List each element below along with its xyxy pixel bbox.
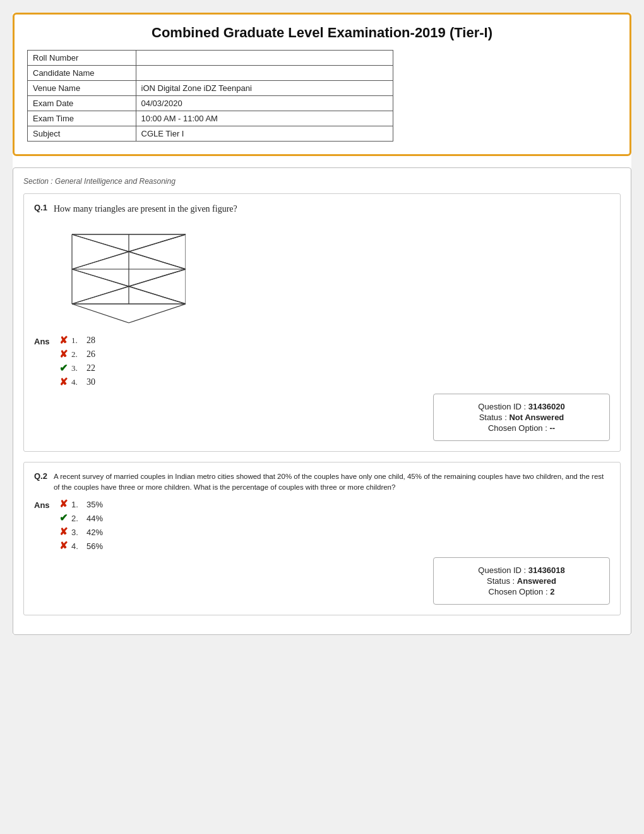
info-box-status: Status : Not Answered bbox=[446, 413, 597, 422]
info-table-row: Exam Time10:00 AM - 11:00 AM bbox=[28, 111, 393, 126]
info-table-row: Exam Date04/03/2020 bbox=[28, 96, 393, 111]
svg-line-15 bbox=[129, 269, 186, 286]
question-header: Q.2A recent survey of married couples in… bbox=[34, 471, 610, 493]
svg-line-10 bbox=[72, 251, 129, 269]
wrong-icon: ✘ bbox=[59, 527, 68, 537]
exam-title: Combined Graduate Level Examination-2019… bbox=[27, 25, 617, 41]
wrong-icon: ✘ bbox=[59, 499, 68, 509]
option-item-3: ✘3.42% bbox=[59, 527, 103, 537]
option-text: 26 bbox=[86, 349, 95, 360]
option-text: 42% bbox=[86, 528, 103, 537]
question-text: A recent survey of married couples in In… bbox=[54, 471, 610, 493]
option-text: 35% bbox=[86, 500, 103, 509]
svg-line-20 bbox=[129, 304, 186, 323]
option-item-2: ✘2.26 bbox=[59, 349, 95, 360]
info-table-row: Candidate Name bbox=[28, 66, 393, 81]
option-item-3: ✔3.22 bbox=[59, 363, 95, 373]
info-box-question-id: Question ID : 31436020 bbox=[446, 402, 597, 411]
svg-line-8 bbox=[72, 234, 129, 251]
option-number: 1. bbox=[71, 500, 83, 509]
field-value bbox=[136, 66, 393, 81]
field-label: Candidate Name bbox=[28, 66, 136, 81]
option-item-2: ✔2.44% bbox=[59, 513, 103, 523]
answer-section: Ans✘1.28✘2.26✔3.22✘4.30 bbox=[34, 335, 610, 387]
section-name: General Intelligence and Reasoning bbox=[55, 177, 176, 186]
field-label: Venue Name bbox=[28, 81, 136, 96]
info-table-row: Venue NameiON Digital Zone iDZ Teenpani bbox=[28, 81, 393, 96]
question-block-2: Q.2A recent survey of married couples in… bbox=[23, 462, 621, 616]
wrong-icon: ✘ bbox=[59, 541, 68, 551]
option-text: 56% bbox=[86, 541, 103, 551]
svg-line-17 bbox=[129, 286, 186, 304]
info-box-status: Status : Answered bbox=[446, 576, 597, 586]
option-number: 4. bbox=[71, 541, 83, 551]
info-table-row: Roll Number bbox=[28, 51, 393, 66]
question-info-box: Question ID : 31436018Status : AnsweredC… bbox=[433, 557, 610, 605]
question-block-1: Q.1How many triangles are present in the… bbox=[23, 193, 621, 452]
info-box-wrapper: Question ID : 31436020Status : Not Answe… bbox=[34, 387, 610, 441]
option-number: 3. bbox=[71, 363, 83, 373]
options-list: ✘1.35%✔2.44%✘3.42%✘4.56% bbox=[59, 499, 103, 551]
info-box-question-id: Question ID : 31436018 bbox=[446, 565, 597, 575]
option-item-4: ✘4.30 bbox=[59, 377, 95, 387]
svg-line-16 bbox=[72, 286, 129, 304]
wrong-icon: ✘ bbox=[59, 377, 68, 387]
option-item-1: ✘1.35% bbox=[59, 499, 103, 509]
option-number: 1. bbox=[71, 335, 83, 346]
info-table: Roll NumberCandidate NameVenue NameiON D… bbox=[27, 50, 393, 142]
option-text: 30 bbox=[86, 377, 95, 387]
answer-section: Ans✘1.35%✔2.44%✘3.42%✘4.56% bbox=[34, 499, 610, 551]
info-box-wrapper: Question ID : 31436018Status : AnsweredC… bbox=[34, 551, 610, 605]
triangle-figure bbox=[59, 222, 186, 329]
field-value: 04/03/2020 bbox=[136, 96, 393, 111]
field-label: Exam Time bbox=[28, 111, 136, 126]
question-header: Q.1How many triangles are present in the… bbox=[34, 203, 610, 215]
svg-line-14 bbox=[72, 269, 129, 286]
option-number: 2. bbox=[71, 349, 83, 360]
question-info-box: Question ID : 31436020Status : Not Answe… bbox=[433, 394, 610, 441]
field-value: 10:00 AM - 11:00 AM bbox=[136, 111, 393, 126]
answer-label: Ans bbox=[34, 500, 53, 510]
field-value: iON Digital Zone iDZ Teenpani bbox=[136, 81, 393, 96]
field-label: Exam Date bbox=[28, 96, 136, 111]
wrong-icon: ✘ bbox=[59, 335, 68, 346]
option-number: 4. bbox=[71, 377, 83, 387]
info-box-chosen: Chosen Option : 2 bbox=[446, 587, 597, 596]
info-box-chosen: Chosen Option : -- bbox=[446, 423, 597, 433]
answer-label: Ans bbox=[34, 337, 53, 346]
correct-icon: ✔ bbox=[59, 363, 68, 373]
option-text: 22 bbox=[86, 363, 95, 373]
wrong-icon: ✘ bbox=[59, 349, 68, 360]
header-card: Combined Graduate Level Examination-2019… bbox=[13, 13, 631, 156]
svg-line-19 bbox=[72, 304, 129, 323]
question-text: How many triangles are present in the gi… bbox=[54, 203, 237, 215]
questions-container: Q.1How many triangles are present in the… bbox=[23, 193, 621, 615]
field-value: CGLE Tier I bbox=[136, 126, 393, 142]
field-value bbox=[136, 51, 393, 66]
figure-container bbox=[59, 222, 610, 329]
option-text: 44% bbox=[86, 514, 103, 523]
correct-icon: ✔ bbox=[59, 513, 68, 523]
question-number: Q.2 bbox=[34, 471, 47, 481]
options-list: ✘1.28✘2.26✔3.22✘4.30 bbox=[59, 335, 95, 387]
field-label: Roll Number bbox=[28, 51, 136, 66]
page: Combined Graduate Level Examination-2019… bbox=[13, 13, 631, 635]
main-card: Section : General Intelligence and Reaso… bbox=[13, 167, 631, 635]
question-number: Q.1 bbox=[34, 203, 47, 212]
option-number: 2. bbox=[71, 514, 83, 523]
svg-line-11 bbox=[129, 251, 186, 269]
svg-line-9 bbox=[129, 234, 186, 251]
option-item-4: ✘4.56% bbox=[59, 541, 103, 551]
option-item-1: ✘1.28 bbox=[59, 335, 95, 346]
option-text: 28 bbox=[86, 335, 95, 346]
info-table-row: SubjectCGLE Tier I bbox=[28, 126, 393, 142]
field-label: Subject bbox=[28, 126, 136, 142]
option-number: 3. bbox=[71, 528, 83, 537]
section-label: Section : General Intelligence and Reaso… bbox=[23, 177, 621, 186]
